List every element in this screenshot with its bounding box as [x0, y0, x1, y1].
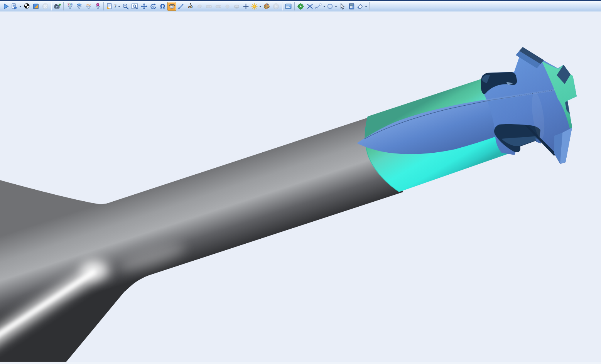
c0-icon: c0 [187, 3, 194, 10]
fMoves-icon [85, 3, 92, 10]
circle-tool-button[interactable] [326, 2, 338, 11]
massProps-icon [23, 3, 30, 10]
run-button[interactable] [2, 2, 10, 11]
sun-icon [251, 3, 258, 10]
crosshair-button[interactable] [241, 2, 250, 11]
show-tool-button [214, 2, 223, 11]
rotate-3d-button[interactable] [149, 2, 158, 11]
ghostCyl2-icon [214, 3, 222, 10]
zoomWin-icon [131, 3, 138, 10]
viewport-3d[interactable] [0, 12, 601, 362]
annotation-c0-button[interactable]: c0 [186, 2, 195, 11]
svg-text:Ω: Ω [160, 3, 165, 10]
turntable-icon [168, 3, 176, 10]
delete-point-button[interactable] [306, 2, 314, 11]
cross-icon [242, 3, 250, 10]
play-icon [2, 3, 10, 10]
lineSeg-icon [315, 3, 322, 10]
eraser-button[interactable] [356, 2, 368, 11]
measure-icon [177, 3, 185, 10]
view-pages-button[interactable]: 7 [106, 2, 121, 11]
ghostCyl3-icon [233, 3, 240, 10]
lighting-button[interactable] [251, 2, 262, 11]
zoom-window-button[interactable] [130, 2, 139, 11]
zoom-in-button[interactable] [121, 2, 130, 11]
filter-by-tool-button[interactable] [75, 2, 84, 11]
filter-by-moves-button[interactable] [84, 2, 93, 11]
zoomIn-icon [122, 3, 129, 10]
toolbar-separator [294, 2, 295, 10]
toolbar-separator [63, 2, 64, 10]
eraser-icon [356, 3, 364, 10]
playDis-icon [272, 3, 280, 10]
capture-image-button[interactable] [53, 2, 62, 11]
toolbar-separator [282, 2, 283, 10]
stop-button [41, 2, 50, 11]
rotate-turntable-button[interactable] [167, 2, 176, 11]
mass-properties-button[interactable] [22, 2, 31, 11]
filter-by-number-button[interactable]: 123 [66, 2, 74, 11]
svg-text:c0: c0 [188, 5, 193, 9]
panelList-icon [285, 3, 292, 10]
rotate3d-icon [150, 3, 157, 10]
view-pages-label: 7 [114, 4, 117, 9]
select-cursor-button[interactable] [338, 2, 347, 11]
ghostHalf-icon [196, 3, 203, 10]
show-shank-button [204, 2, 213, 11]
pan-icon [140, 3, 148, 10]
f123-icon: 123 [66, 3, 74, 10]
material-icon [32, 3, 40, 10]
line-tool-button[interactable] [315, 2, 326, 11]
show-stock-button [223, 2, 232, 11]
chevron-down-icon [118, 6, 120, 8]
measure-distance-button[interactable] [177, 2, 186, 11]
chevron-down-icon [323, 6, 326, 8]
fTool-icon [76, 3, 83, 10]
ghostSphere-icon [224, 3, 231, 10]
circleTool-icon [326, 3, 334, 10]
ghostCyl-icon [205, 3, 213, 10]
calculator-button[interactable] [347, 2, 356, 11]
cameraAdd-icon [54, 3, 61, 10]
toolbar-separator [51, 2, 52, 10]
svg-text:123: 123 [67, 3, 73, 6]
chevron-down-icon [365, 6, 367, 8]
fSphere-icon [94, 3, 101, 10]
main-toolbar: 1237Ωc0 [0, 1, 601, 12]
snap-target-button[interactable] [296, 2, 305, 11]
export-report-button[interactable] [11, 2, 22, 11]
toggle-panel-button[interactable] [284, 2, 293, 11]
pan-button[interactable] [140, 2, 149, 11]
omega-icon: Ω [159, 3, 166, 10]
chevron-down-icon [335, 6, 337, 8]
colors-button[interactable] [262, 2, 271, 11]
cursor-icon [339, 3, 346, 10]
docExport-icon [11, 3, 18, 10]
toolbar-separator [103, 2, 104, 10]
material-view-button[interactable] [32, 2, 41, 11]
target-icon [297, 3, 304, 10]
filter-by-feature-button[interactable] [93, 2, 102, 11]
pageEdit-icon [106, 3, 113, 10]
calc-icon [348, 3, 355, 10]
crossX-icon [306, 3, 314, 10]
palette-icon [263, 3, 270, 10]
chevron-down-icon [259, 6, 262, 8]
animate-button [272, 2, 280, 11]
toolbar-separator [369, 2, 370, 10]
closeDis-icon [42, 3, 49, 10]
window-bottom-edge [0, 362, 601, 364]
chevron-down-icon [19, 6, 22, 8]
show-holder-button [195, 2, 204, 11]
rotate-axis-button[interactable]: Ω [158, 2, 167, 11]
show-fixture-button [232, 2, 241, 11]
